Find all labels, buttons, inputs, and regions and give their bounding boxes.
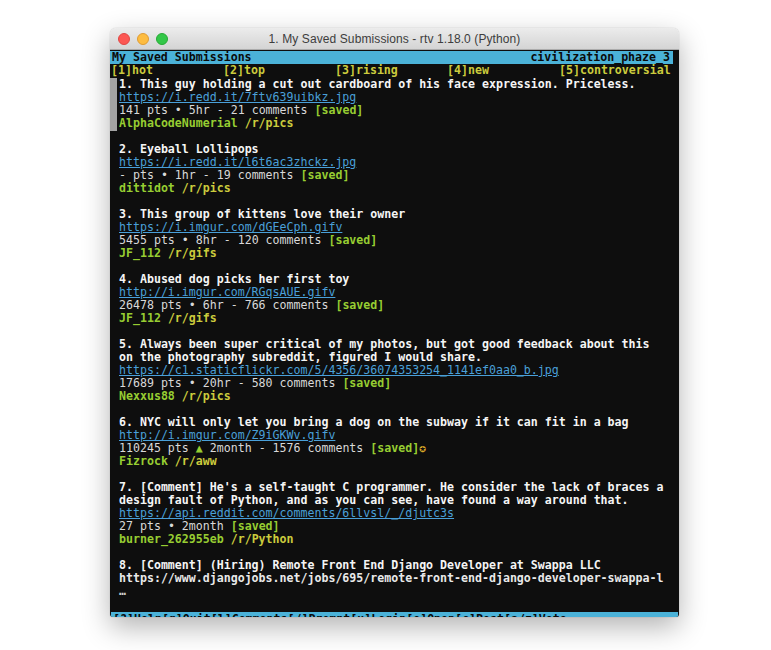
age-comments-label: 2month - 1576 comments: [210, 441, 364, 455]
author-link[interactable]: AlphaCodeNumerial: [119, 116, 238, 130]
submission-byline: Nexxus88 /r/pics: [119, 390, 679, 403]
age-comments-label: 2month: [182, 519, 224, 533]
tab-sort-4[interactable]: [4]new: [447, 64, 559, 77]
hint-prompt[interactable]: [/]Prompt: [288, 613, 351, 617]
subreddit-link[interactable]: /r/gifs: [168, 246, 217, 260]
saved-badge: [saved]: [231, 519, 280, 533]
bullet-separator: •: [175, 103, 182, 117]
hint-oopen[interactable]: [o]Open: [406, 613, 455, 617]
submission-byline: AlphaCodeNumerial /r/pics: [119, 117, 679, 130]
subreddit-link[interactable]: /r/pics: [182, 389, 231, 403]
saved-badge: [saved]: [335, 298, 384, 312]
submission-byline: JF_112 /r/gifs: [119, 312, 679, 325]
saved-badge: [saved]: [301, 168, 350, 182]
points-label: 27 pts: [119, 519, 161, 533]
points-label: 5455 pts: [119, 233, 175, 247]
submission-byline: Fizrock /r/aww: [119, 455, 679, 468]
points-label: 17689 pts: [119, 376, 182, 390]
tab-sort-1[interactable]: [1]hot: [111, 64, 223, 77]
subreddit-link[interactable]: /r/Python: [231, 532, 294, 546]
age-comments-label: 6hr - 766 comments: [203, 298, 329, 312]
submission-url[interactable]: https://www.djangojobs.net/jobs/695/remo…: [119, 572, 679, 585]
gilded-icon: ✪: [419, 441, 426, 455]
points-label: 141 pts: [119, 103, 168, 117]
points-label: - pts: [119, 168, 154, 182]
submission-byline: burner_262955eb /r/Python: [119, 533, 679, 546]
saved-badge: [saved]: [370, 441, 419, 455]
tab-sort-2[interactable]: [2]top: [223, 64, 335, 77]
subreddit-link[interactable]: /r/aww: [175, 454, 217, 468]
bullet-separator: •: [189, 298, 196, 312]
age-comments-label: 1hr - 19 comments: [175, 168, 294, 182]
submission[interactable]: 2. Eyeball Lollipopshttps://i.redd.it/l6…: [119, 143, 679, 195]
submission[interactable]: 7. [Comment] He's a self-taught C progra…: [119, 481, 679, 546]
points-label: 110245 pts: [119, 441, 189, 455]
hint-lcomments[interactable]: [l]Comments: [211, 613, 288, 617]
bullet-separator: •: [182, 233, 189, 247]
upvote-icon: ▲: [196, 441, 203, 455]
window-title: 1. My Saved Submissions - rtv 1.18.0 (Py…: [269, 32, 521, 46]
tab-sort-5[interactable]: [5]controversial: [559, 64, 671, 77]
author-link[interactable]: JF_112: [119, 311, 161, 325]
selection-cursor: [110, 78, 117, 131]
bullet-separator: •: [161, 168, 168, 182]
subreddit-link[interactable]: /r/pics: [182, 181, 231, 195]
points-label: 26478 pts: [119, 298, 182, 312]
statusbar-hints: [?]Help [q]Quit [l]Comments [/]Prompt [u…: [111, 612, 678, 617]
submission[interactable]: 3. This group of kittens love their owne…: [119, 208, 679, 260]
traffic-lights: [118, 33, 168, 45]
bullet-separator: •: [168, 519, 175, 533]
hint-qquit[interactable]: [q]Quit: [162, 613, 211, 617]
author-link[interactable]: Fizrock: [119, 454, 168, 468]
submission-byline: JF_112 /r/gifs: [119, 247, 679, 260]
submission[interactable]: 8. [Comment] (Hiring) Remote Front End D…: [119, 559, 679, 598]
submission[interactable]: 4. Abused dog picks her first toyhttp://…: [119, 273, 679, 325]
submission-list: 1. This guy holding a cut out cardboard …: [110, 77, 679, 611]
terminal-screen: My Saved Submissions civilization_phaze_…: [110, 50, 679, 617]
titlebar[interactable]: 1. My Saved Submissions - rtv 1.18.0 (Py…: [110, 28, 679, 50]
submission[interactable]: 5. Always been super critical of my phot…: [119, 338, 679, 403]
minimize-icon[interactable]: [137, 33, 149, 45]
tab-sort-3[interactable]: [3]rising: [335, 64, 447, 77]
fullscreen-icon[interactable]: [156, 33, 168, 45]
hint-cpost[interactable]: [c]Post: [455, 613, 504, 617]
bullet-separator: •: [189, 376, 196, 390]
subreddit-link[interactable]: /r/pics: [245, 116, 294, 130]
truncation-ellipsis: …: [119, 585, 679, 598]
close-icon[interactable]: [118, 33, 130, 45]
author-link[interactable]: JF_112: [119, 246, 161, 260]
terminal-window: 1. My Saved Submissions - rtv 1.18.0 (Py…: [110, 28, 679, 617]
age-comments-label: 8hr - 120 comments: [196, 233, 322, 247]
author-link[interactable]: dittidot: [119, 181, 175, 195]
submission-byline: dittidot /r/pics: [119, 182, 679, 195]
subreddit-link[interactable]: /r/gifs: [168, 311, 217, 325]
hint-azvote[interactable]: [a/z]Vote: [504, 613, 567, 617]
age-comments-label: 5hr - 21 comments: [189, 103, 308, 117]
hint-help[interactable]: [?]Help: [113, 613, 162, 617]
sort-tabs: [1]hot[2]top[3]rising[4]new[5]controvers…: [110, 64, 679, 77]
age-comments-label: 20hr - 580 comments: [203, 376, 336, 390]
submission[interactable]: 1. This guy holding a cut out cardboard …: [119, 78, 679, 130]
author-link[interactable]: Nexxus88: [119, 389, 175, 403]
saved-badge: [saved]: [314, 103, 363, 117]
saved-badge: [saved]: [328, 233, 377, 247]
saved-badge: [saved]: [342, 376, 391, 390]
author-link[interactable]: burner_262955eb: [119, 532, 224, 546]
hint-ulogin[interactable]: [u]Login: [350, 613, 406, 617]
submission[interactable]: 6. NYC will only let you bring a dog on …: [119, 416, 679, 468]
